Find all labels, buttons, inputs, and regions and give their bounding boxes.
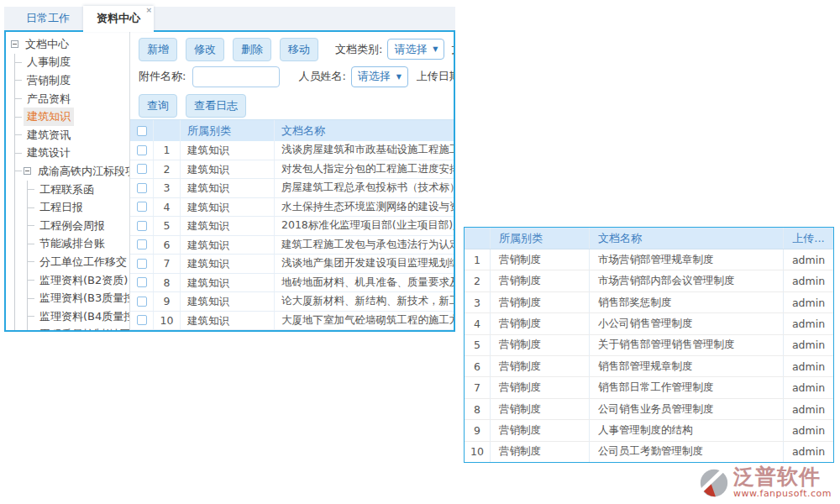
row-index: 10 — [465, 445, 490, 458]
table-row[interactable]: 7 营销制度 销售部日常工作管理制度 admin — [465, 377, 833, 398]
filter-row: 附件名称: 人员姓名: 请选择 ▼ 上传日期 — [130, 61, 454, 92]
row-index: 6 — [154, 236, 181, 255]
tree-item[interactable]: 节能减排台账 — [28, 235, 129, 254]
tree-item[interactable]: 建筑设计 — [15, 144, 129, 163]
row-category: 营销制度 — [490, 356, 589, 376]
add-button[interactable]: 新增 — [139, 38, 177, 61]
tree-root-document-center[interactable]: 文档中心 — [11, 35, 129, 54]
row-doc-name: 对发包人指定分包的工程施工进度安排... — [275, 162, 454, 176]
search-button[interactable]: 查询 — [139, 94, 177, 118]
row-category: 建筑知识 — [181, 292, 275, 311]
table-row[interactable]: 9 营销制度 人事管理制度的结构 admin — [465, 420, 833, 441]
row-doc-name: 人事管理制度的结构 — [589, 420, 783, 440]
row-index: 3 — [154, 179, 181, 197]
table-row[interactable]: 6 营销制度 销售部管理规章制度 admin — [465, 356, 833, 377]
fanpu-logo-text: 泛普软件 www.fanpusoft.com — [733, 466, 832, 499]
attachment-name-input[interactable] — [192, 66, 280, 87]
row-category: 建筑知识 — [181, 312, 275, 330]
tab-data-center[interactable]: 资料中心 × — [83, 6, 154, 32]
table-row[interactable]: 9 建筑知识 论大厦新材料、新结构、新技术，新工... — [130, 292, 454, 312]
person-name-select[interactable]: 请选择 ▼ — [351, 66, 408, 87]
table-row[interactable]: 1 建筑知识 浅谈房屋建筑和市政基础设施工程施工... — [130, 141, 454, 160]
table-row[interactable]: 10 建筑知识 大厦地下室加气砼墙砌筑工程的施工方... — [130, 312, 454, 331]
tree-item-label: 建筑资讯 — [24, 126, 74, 144]
row-checkbox[interactable] — [137, 315, 147, 325]
tree-root-label: 文档中心 — [22, 35, 72, 54]
row-checkbox[interactable] — [137, 239, 147, 249]
row-category: 建筑知识 — [181, 236, 275, 255]
table-row[interactable]: 4 营销制度 小公司销售管理制度 admin — [465, 313, 833, 334]
row-doc-name: 浅谈地产集团开发建设项目监理规划编... — [275, 256, 454, 270]
table-row[interactable]: 1 营销制度 市场营销部管理规章制度 admin — [465, 249, 833, 270]
collapse-icon[interactable] — [24, 167, 31, 175]
table-row[interactable]: 10 营销制度 公司员工考勤管理制度 admin — [465, 442, 833, 462]
row-doc-name: 关于销售部管理销售管理制度 — [589, 335, 783, 355]
document-list-panel: 新增 修改 删除 移动 文档类别: 请选择 ▼ 文档 附件名称: 人员姓名: 请… — [130, 32, 454, 330]
row-doc-name: 销售部奖惩制度 — [589, 292, 783, 312]
tree-item[interactable]: 监理资料(B4质量控制) — [28, 307, 129, 326]
table-row[interactable]: 5 建筑知识 2018标准化监理项目部(业主项目部)人员... — [130, 217, 454, 236]
tree-item[interactable]: 分工单位工作移交 — [28, 253, 129, 271]
tree-item[interactable]: 监理资料(B3质量控制) — [28, 289, 129, 307]
tree-node-project[interactable]: 成渝高铁内江标段项目 — [15, 162, 129, 181]
row-index: 10 — [154, 312, 181, 330]
doc-name-column-header: 文档名称 — [589, 228, 783, 249]
table-row[interactable]: 2 建筑知识 对发包人指定分包的工程施工进度安排... — [130, 160, 454, 180]
table-row[interactable]: 8 建筑知识 地砖地面材料、机具准备、质量要求及... — [130, 274, 454, 293]
table-row[interactable]: 7 建筑知识 浅谈地产集团开发建设项目监理规划编... — [130, 255, 454, 274]
row-checkbox[interactable] — [137, 202, 147, 212]
table-row[interactable]: 8 营销制度 公司销售业务员管理制度 admin — [465, 399, 833, 420]
row-checkbox[interactable] — [137, 297, 147, 307]
table-row[interactable]: 2 营销制度 市场营销部内部会议管理制度 admin — [465, 270, 833, 291]
tree-item[interactable]: 产品资料 — [15, 90, 129, 108]
tree-item[interactable]: 营销制度 — [15, 71, 129, 90]
row-checkbox[interactable] — [137, 259, 147, 269]
row-checkbox[interactable] — [137, 183, 147, 193]
row-uploader: admin — [783, 335, 833, 355]
table-row[interactable]: 6 建筑知识 建筑工程施工发包与承包违法行为认定... — [130, 236, 454, 255]
close-icon[interactable]: × — [145, 7, 152, 14]
tree-item[interactable]: 工程质量控制(地下室) — [28, 326, 129, 331]
view-log-button[interactable]: 查看日志 — [186, 94, 246, 118]
tab-daily-work[interactable]: 日常工作 — [13, 6, 83, 30]
row-category: 营销制度 — [490, 249, 589, 270]
tree-item-label: 工程例会周报 — [36, 217, 108, 235]
table-row[interactable]: 4 建筑知识 水土保持生态环境监测网络的建设与资... — [130, 198, 454, 218]
row-category: 营销制度 — [490, 313, 589, 333]
chevron-down-icon: ▼ — [396, 73, 402, 81]
row-checkbox[interactable] — [137, 164, 147, 174]
table-row[interactable]: 5 营销制度 关于销售部管理销售管理制度 admin — [465, 335, 833, 356]
row-index: 1 — [154, 141, 181, 160]
marketing-table-header: 所属别类 文档名称 上传... — [465, 228, 833, 249]
doc-name-label-clipped: 文档 — [451, 42, 454, 57]
row-doc-name: 水土保持生态环境监测网络的建设与资... — [275, 200, 454, 214]
doc-type-select[interactable]: 请选择 ▼ — [387, 39, 444, 60]
row-index: 8 — [465, 403, 490, 416]
edit-button[interactable]: 修改 — [186, 38, 224, 61]
tree-item[interactable]: 工程例会周报 — [28, 217, 129, 235]
row-uploader: admin — [783, 442, 833, 462]
delete-button[interactable]: 删除 — [233, 38, 271, 61]
move-button[interactable]: 移动 — [280, 38, 318, 61]
select-all-checkbox[interactable] — [137, 126, 147, 136]
row-index: 8 — [154, 274, 181, 292]
tree-item[interactable]: 监理资料(B2资质) — [28, 271, 129, 290]
tree-item-label: 工程联系函 — [36, 181, 97, 199]
tree-item[interactable]: 建筑知识 — [15, 108, 129, 126]
row-checkbox[interactable] — [137, 145, 147, 155]
tree-item[interactable]: 人事制度 — [15, 54, 129, 72]
row-doc-name: 市场营销部内部会议管理制度 — [589, 270, 783, 291]
row-checkbox[interactable] — [137, 277, 147, 287]
table-row[interactable]: 3 建筑知识 房屋建筑工程总承包投标书（技术标）... — [130, 179, 454, 198]
row-uploader: admin — [783, 399, 833, 419]
tree-project-branch: 成渝高铁内江标段项目 工程联系函 工程日报 工程例会周报 — [14, 162, 129, 330]
collapse-icon[interactable] — [11, 40, 18, 48]
tree-item[interactable]: 工程日报 — [28, 198, 129, 217]
tree-item[interactable]: 工程联系函 — [28, 181, 129, 199]
tab-bar: 日常工作 资料中心 × — [4, 7, 455, 30]
row-uploader: admin — [783, 313, 833, 333]
table-row[interactable]: 3 营销制度 销售部奖惩制度 admin — [465, 292, 833, 313]
tree-item[interactable]: 建筑资讯 — [15, 126, 129, 144]
row-checkbox[interactable] — [137, 221, 147, 231]
row-index: 7 — [154, 255, 181, 273]
